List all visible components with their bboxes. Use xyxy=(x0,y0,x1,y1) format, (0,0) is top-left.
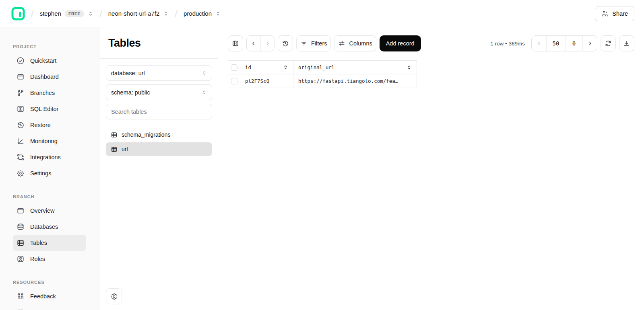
search-tables-input[interactable] xyxy=(106,104,212,119)
add-record-button[interactable]: Add record xyxy=(380,35,421,51)
sidebar-item-monitoring[interactable]: Monitoring xyxy=(13,133,86,149)
sidebar-item-databases[interactable]: Databases xyxy=(13,219,86,235)
sql-editor-icon xyxy=(17,105,25,113)
chart-line-icon xyxy=(17,137,25,145)
page-size-input[interactable] xyxy=(547,40,565,47)
window-icon xyxy=(17,308,25,310)
sidebar-item-sql-editor[interactable]: SQL Editor xyxy=(13,101,86,117)
sort-chevron-icon[interactable] xyxy=(283,65,288,70)
row-select-cell xyxy=(228,74,240,88)
download-button[interactable] xyxy=(619,35,634,51)
table-toolbar: Filters Columns Add record 1 row • 369ms xyxy=(228,35,634,51)
chevron-left-icon xyxy=(536,40,542,47)
chevron-right-icon xyxy=(587,40,593,47)
section-label: Resources xyxy=(0,280,100,285)
chevron-updown-icon xyxy=(88,11,93,16)
share-users-icon xyxy=(601,10,609,17)
breadcrumb-org[interactable]: stephen FREE xyxy=(40,10,93,17)
history-clock-icon xyxy=(282,40,289,47)
filters-button[interactable]: Filters xyxy=(296,35,331,51)
integrations-icon xyxy=(17,153,25,161)
breadcrumb-branch[interactable]: production xyxy=(184,10,221,17)
two-users-icon xyxy=(17,292,25,300)
sidebar-item-restore[interactable]: Restore xyxy=(13,117,86,133)
sidebar-item-label: SQL Editor xyxy=(30,106,58,112)
table-list: schema_migrations url xyxy=(106,128,212,156)
data-grid: id original_url xyxy=(228,60,634,88)
filter-icon xyxy=(300,40,308,47)
schema-select[interactable]: schema: public xyxy=(106,84,212,100)
select-all-checkbox[interactable] xyxy=(231,64,237,71)
sidebar-item-integrations[interactable]: Integrations xyxy=(13,149,86,165)
chevron-updown-icon xyxy=(163,11,169,16)
sidebar: Project Quickstart Dashboard Branches SQ… xyxy=(0,27,100,310)
next-page-button[interactable] xyxy=(582,36,597,51)
page-size-cell xyxy=(546,36,565,51)
refresh-button[interactable] xyxy=(601,35,616,51)
row-checkbox[interactable] xyxy=(231,78,237,84)
select-all-cell xyxy=(228,61,240,74)
panel-settings-button[interactable] xyxy=(106,288,122,304)
sidebar-item-label: Branches xyxy=(30,90,55,96)
download-icon xyxy=(623,40,630,47)
gear-icon xyxy=(17,169,25,177)
cell-value: pl2F7ScQ xyxy=(245,78,269,84)
page-offset-cell xyxy=(565,36,582,51)
gear-icon xyxy=(110,293,118,300)
page-offset-input[interactable] xyxy=(566,40,582,47)
sidebar-item-label: Databases xyxy=(30,224,58,230)
sidebar-item-settings[interactable]: Settings xyxy=(13,165,86,181)
sidebar-item-label: Feedback xyxy=(30,293,56,300)
window-icon xyxy=(17,207,25,215)
tables-panel-body: database: url schema: public schema_migr… xyxy=(100,59,218,156)
sidebar-item-partial[interactable] xyxy=(13,304,86,310)
sidebar-item-roles[interactable]: Roles xyxy=(13,251,86,267)
collapse-panel-button[interactable] xyxy=(228,35,243,51)
column-header-id[interactable]: id xyxy=(240,61,293,74)
cell-id[interactable]: pl2F7ScQ xyxy=(240,74,293,88)
share-label: Share xyxy=(612,10,628,17)
plan-badge: FREE xyxy=(65,10,84,17)
sidebar-item-label: Overview xyxy=(30,207,54,214)
breadcrumb-separator: / xyxy=(175,8,178,19)
table-list-item-schema-migrations[interactable]: schema_migrations xyxy=(106,128,212,142)
sidebar-item-overview[interactable]: Overview xyxy=(13,203,86,219)
database-select[interactable]: database: url xyxy=(106,65,212,81)
tables-panel: Tables database: url schema: public sche… xyxy=(100,27,218,310)
cell-original-url[interactable]: https://fastapi.tiangolo.com/fea… xyxy=(293,74,417,88)
sidebar-item-label: Monitoring xyxy=(30,138,58,144)
breadcrumb-separator: / xyxy=(99,8,102,19)
columns-label: Columns xyxy=(349,40,372,47)
columns-button[interactable]: Columns xyxy=(334,35,376,51)
check-circle-icon xyxy=(17,57,25,65)
neon-logo-icon[interactable] xyxy=(11,7,25,21)
sidebar-item-quickstart[interactable]: Quickstart xyxy=(13,53,86,69)
database-select-value: database: url xyxy=(111,70,145,76)
table-list-item-url[interactable]: url xyxy=(106,142,212,156)
breadcrumb-project[interactable]: neon-short-url-a7f2 xyxy=(108,10,169,17)
forward-button[interactable] xyxy=(260,36,274,51)
sidebar-item-branches[interactable]: Branches xyxy=(13,85,86,101)
filters-label: Filters xyxy=(311,40,327,47)
sidebar-section-resources: Resources Feedback xyxy=(0,280,100,310)
sort-chevron-icon[interactable] xyxy=(407,65,412,70)
sidebar-item-label: Settings xyxy=(30,170,51,177)
column-header-original-url[interactable]: original_url xyxy=(293,61,417,74)
sidebar-item-label: Quickstart xyxy=(30,57,56,64)
main-content: Filters Columns Add record 1 row • 369ms xyxy=(218,27,644,310)
share-button[interactable]: Share xyxy=(595,6,634,21)
table-row[interactable]: pl2F7ScQ https://fastapi.tiangolo.com/fe… xyxy=(228,74,417,88)
grid-header-row: id original_url xyxy=(228,61,417,74)
user-badge-icon xyxy=(17,255,25,263)
sidebar-item-dashboard[interactable]: Dashboard xyxy=(13,69,86,85)
chevron-updown-icon xyxy=(202,90,207,95)
sidebar-item-feedback[interactable]: Feedback xyxy=(13,288,86,304)
prev-page-button[interactable] xyxy=(532,36,546,51)
sidebar-item-tables[interactable]: Tables xyxy=(13,235,86,251)
query-history-button[interactable] xyxy=(278,35,293,51)
table-icon xyxy=(17,239,25,247)
tables-panel-footer xyxy=(100,283,218,310)
back-button[interactable] xyxy=(247,36,260,51)
cell-value: https://fastapi.tiangolo.com/fea… xyxy=(298,78,398,84)
page-title: Tables xyxy=(108,37,210,49)
